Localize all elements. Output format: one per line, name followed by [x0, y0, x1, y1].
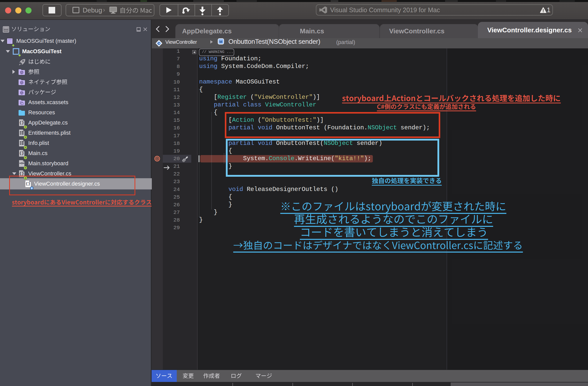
- svg-text:M: M: [219, 39, 223, 44]
- svg-text:{}: {}: [19, 121, 24, 125]
- svg-text:{}: {}: [19, 172, 24, 176]
- svg-text:C: C: [158, 41, 160, 46]
- svg-text:{}: {}: [19, 151, 24, 156]
